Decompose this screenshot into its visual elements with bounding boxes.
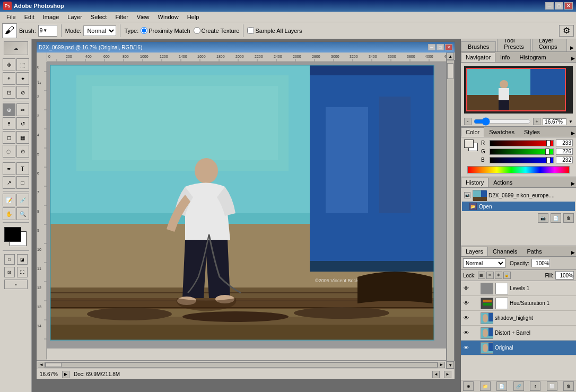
green-value[interactable] [556, 148, 573, 155]
layer-eye-original[interactable]: 👁 [462, 344, 470, 352]
h-scroll-thumb[interactable] [46, 363, 62, 367]
red-value[interactable] [556, 140, 573, 146]
screen-mode-btn[interactable]: ⊡ [4, 267, 15, 277]
nav-zoom-in-btn[interactable]: + [533, 118, 540, 125]
tab-brushes[interactable]: Brushes [461, 41, 496, 51]
brush-dropdown-icon[interactable]: ▼ [43, 28, 47, 33]
menu-help[interactable]: Help [183, 13, 204, 21]
color-spectrum[interactable] [467, 166, 570, 173]
horizontal-scrollbar[interactable]: ◄ ► [37, 360, 446, 369]
eraser-tool[interactable]: ◻ [3, 131, 15, 144]
proximity-match-radio[interactable] [141, 27, 147, 34]
history-create-new-btn[interactable]: 📄 [551, 213, 561, 223]
gradient-tool[interactable]: ▦ [16, 131, 29, 144]
zoom-tool[interactable]: 🔍 [16, 207, 29, 220]
create-texture-option[interactable]: Create Texture [194, 27, 240, 34]
layer-row-distort[interactable]: 👁 Distort + Barrel [461, 326, 576, 341]
layer-row-original[interactable]: 👁 Original [461, 341, 576, 355]
delete-layer-btn[interactable]: 🗑 [563, 381, 574, 391]
history-delete-btn[interactable]: 🗑 [563, 213, 574, 223]
healing-brush-tool[interactable]: ⊕ [3, 103, 15, 116]
blue-slider[interactable] [490, 157, 554, 163]
scroll-right-btn[interactable]: ► [438, 362, 445, 368]
lock-transparent-btn[interactable]: ▦ [478, 272, 485, 279]
doc-close-btn[interactable]: ✕ [445, 44, 452, 50]
magic-wand-tool[interactable]: ✦ [16, 72, 29, 85]
sample-all-layers-checkbox[interactable] [247, 27, 254, 34]
blue-value[interactable] [556, 156, 573, 163]
layer-mask-btn[interactable]: ⬜ [547, 381, 557, 391]
notes-tool[interactable]: 📝 [3, 194, 15, 206]
menu-image[interactable]: Image [39, 13, 64, 21]
tab-channels[interactable]: Channels [488, 247, 522, 256]
standard-mode-btn[interactable]: □ [4, 254, 15, 265]
opacity-input[interactable] [531, 259, 550, 267]
tab-layers[interactable]: Layers [461, 247, 488, 256]
blue-thumb[interactable] [546, 157, 551, 163]
nav-collapse-btn[interactable]: ▼ [569, 119, 573, 124]
layer-eye-levels1[interactable]: 👁 [462, 285, 470, 292]
nav-zoom-out-btn[interactable]: - [464, 118, 472, 125]
slice-tool[interactable]: ⊘ [16, 86, 29, 99]
green-thumb[interactable] [545, 149, 549, 155]
tab-styles[interactable]: Styles [519, 127, 545, 137]
eyedropper-tool[interactable]: 💉 [16, 194, 29, 206]
v-scroll-track[interactable] [447, 60, 455, 361]
status-nav-left[interactable]: ◄ [432, 371, 440, 378]
tab-color[interactable]: Color [461, 127, 484, 137]
layers-panel-menu[interactable]: ▶ [570, 249, 576, 256]
marquee-tool[interactable]: ⬚ [16, 58, 29, 71]
zoom-arrow-btn[interactable]: ▶ [62, 371, 69, 378]
proximity-match-option[interactable]: Proximity Match [141, 27, 190, 34]
maximize-button[interactable]: □ [555, 2, 563, 10]
red-slider[interactable] [490, 140, 554, 146]
dodge-tool[interactable]: ⊙ [16, 145, 29, 158]
type-tool[interactable]: T [16, 162, 29, 175]
menu-file[interactable]: File [2, 13, 20, 21]
menu-layer[interactable]: Layer [63, 13, 86, 21]
color-panel-menu[interactable]: ▶ [570, 129, 576, 137]
quick-mask-btn[interactable]: ◪ [17, 254, 28, 265]
menu-filter[interactable]: Filter [111, 13, 132, 21]
shape-tool[interactable]: □ [16, 176, 29, 189]
history-new-snapshot-btn[interactable]: 📷 [538, 213, 548, 223]
layer-row-hue-sat[interactable]: 👁 Hue/Saturation 1 [461, 296, 576, 311]
history-item-open[interactable]: 📂 Open [462, 202, 575, 211]
doc-minimize-btn[interactable]: ─ [428, 44, 435, 50]
link-layers-btn[interactable]: 🔗 [513, 381, 524, 391]
scroll-left-btn[interactable]: ◄ [38, 362, 45, 368]
scroll-up-btn[interactable]: ▲ [447, 53, 454, 60]
tab-navigator[interactable]: Navigator [461, 53, 495, 62]
vertical-scrollbar[interactable]: ▲ ▼ [446, 53, 455, 369]
tab-histogram[interactable]: Histogram [514, 53, 551, 62]
options-button[interactable]: ⚙ [559, 25, 574, 37]
minimize-button[interactable]: ─ [545, 2, 554, 10]
tab-paths[interactable]: Paths [522, 247, 547, 256]
scroll-down-btn[interactable]: ▼ [447, 361, 454, 369]
close-button[interactable]: ✕ [564, 2, 573, 10]
menu-view[interactable]: View [133, 13, 154, 21]
green-slider[interactable] [490, 149, 554, 155]
color-swatches-mini[interactable] [464, 140, 479, 152]
color-swatch-area[interactable] [4, 227, 28, 248]
clone-stamp-tool[interactable]: 🖈 [3, 117, 15, 130]
foreground-color-swatch[interactable] [4, 227, 21, 242]
move-tool[interactable]: ✙ [3, 58, 15, 71]
brush-preview[interactable]: 🖌 [2, 23, 17, 38]
panel-options-btn[interactable]: ▶ [568, 44, 576, 51]
menu-window[interactable]: Window [154, 13, 183, 21]
doc-maximize-btn[interactable]: □ [437, 44, 444, 50]
h-scroll-track[interactable] [45, 362, 438, 368]
add-fill-layer-btn[interactable]: ⊕ [463, 381, 474, 391]
photoshop-logo[interactable]: ☁ [4, 41, 28, 55]
lock-position-btn[interactable]: ✙ [495, 272, 502, 279]
tab-swatches[interactable]: Swatches [484, 127, 519, 137]
brush-size-display[interactable]: 9 ▼ [38, 25, 57, 37]
menu-select[interactable]: Select [86, 13, 111, 21]
tab-info[interactable]: Info [495, 53, 514, 62]
layer-row-shadow[interactable]: 👁 shadow_higlight [461, 311, 576, 326]
blend-mode-select[interactable]: Normal [463, 258, 505, 268]
status-nav-right[interactable]: ► [444, 371, 451, 378]
tab-layer-comps[interactable]: Layer Comps [532, 39, 567, 51]
history-panel-menu[interactable]: ▶ [570, 180, 576, 187]
